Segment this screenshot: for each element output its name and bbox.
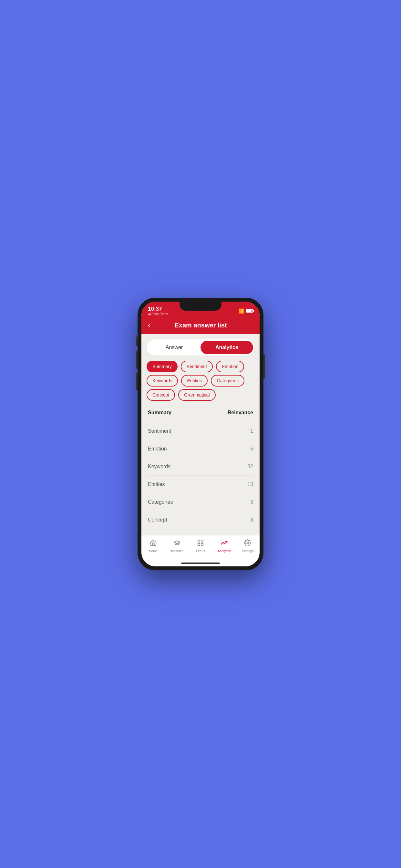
- filter-row-2: Keywords Entities Categories: [147, 375, 254, 386]
- nav-item-settings[interactable]: Settings: [236, 538, 259, 554]
- nav-item-institutes[interactable]: Institutes: [165, 538, 189, 554]
- carrier-text: ◀ Sales Team...: [148, 312, 171, 316]
- page-title: Exam answer list: [155, 321, 246, 329]
- table-row: Sentiment 1: [147, 423, 254, 440]
- main-content: Answer Analytics Summary Sentiment Emoti…: [142, 334, 259, 535]
- tab-switcher: Answer Analytics: [147, 339, 254, 355]
- row-value-entities: 13: [247, 482, 253, 487]
- nav-item-feeds[interactable]: Feeds: [189, 538, 212, 554]
- chip-summary[interactable]: Summary: [147, 361, 178, 372]
- chip-categories[interactable]: Categories: [211, 375, 244, 386]
- back-button[interactable]: ‹: [148, 321, 150, 329]
- summary-table-header: Summary Relevance: [147, 407, 254, 421]
- row-label-categories: Categories: [148, 499, 173, 505]
- status-icons: 📶: [239, 308, 253, 314]
- col-header-summary: Summary: [148, 410, 172, 415]
- row-value-concept: 8: [250, 517, 253, 523]
- settings-icon: [244, 539, 251, 548]
- tab-answer[interactable]: Answer: [148, 341, 201, 354]
- nav-item-home[interactable]: Home: [142, 538, 165, 554]
- table-row: Grammatical 31: [147, 529, 254, 535]
- nav-label-home: Home: [149, 549, 158, 553]
- chip-concept[interactable]: Concept: [147, 389, 175, 401]
- chip-keywords[interactable]: Keywords: [147, 375, 178, 386]
- col-header-relevance: Relevance: [227, 410, 253, 415]
- filter-row-1: Summary Sentiment Emotion: [147, 361, 254, 372]
- row-value-keywords: 32: [247, 464, 253, 469]
- home-bar: [142, 561, 259, 566]
- bottom-nav: Home Institutes: [142, 535, 259, 561]
- feeds-icon: [197, 539, 204, 548]
- row-value-categories: 3: [250, 499, 253, 505]
- nav-label-institutes: Institutes: [171, 549, 183, 553]
- row-label-concept: Concept: [148, 517, 167, 523]
- nav-label-feeds: Feeds: [196, 549, 205, 553]
- table-row: Concept 8: [147, 511, 254, 529]
- nav-item-analytics[interactable]: Analytics: [212, 538, 236, 554]
- table-row: Emotion 5: [147, 440, 254, 458]
- table-row: Keywords 32: [147, 458, 254, 476]
- svg-rect-1: [201, 540, 203, 542]
- row-label-entities: Entities: [148, 482, 165, 487]
- chip-entities[interactable]: Entities: [181, 375, 208, 386]
- wifi-icon: 📶: [239, 308, 244, 314]
- nav-label-analytics: Analytics: [218, 549, 230, 553]
- tab-analytics[interactable]: Analytics: [201, 341, 253, 354]
- institutes-icon: [174, 539, 181, 548]
- row-label-sentiment: Sentiment: [148, 428, 171, 434]
- home-icon: [150, 539, 157, 548]
- svg-rect-3: [201, 544, 203, 546]
- chip-sentiment[interactable]: Sentiment: [181, 361, 213, 372]
- summary-table: Summary Relevance Sentiment 1 Emotion 5 …: [147, 407, 254, 535]
- home-bar-line: [181, 562, 220, 564]
- row-value-emotion: 5: [250, 446, 253, 452]
- filter-row-3: Concept Grammatical: [147, 389, 254, 401]
- table-row: Categories 3: [147, 493, 254, 511]
- battery-icon: [246, 309, 253, 313]
- header: ‹ Exam answer list: [142, 318, 259, 334]
- analytics-icon: [220, 539, 227, 548]
- svg-point-4: [247, 542, 249, 544]
- status-time: 10:37: [148, 306, 171, 312]
- row-value-sentiment: 1: [250, 428, 253, 434]
- nav-label-settings: Settings: [242, 549, 253, 553]
- chip-grammatical[interactable]: Grammatical: [178, 389, 215, 401]
- svg-rect-0: [198, 540, 200, 542]
- row-label-emotion: Emotion: [148, 446, 167, 452]
- svg-rect-2: [198, 544, 200, 546]
- row-label-keywords: Keywords: [148, 464, 171, 469]
- table-row: Entities 13: [147, 476, 254, 493]
- chip-emotion[interactable]: Emotion: [216, 361, 244, 372]
